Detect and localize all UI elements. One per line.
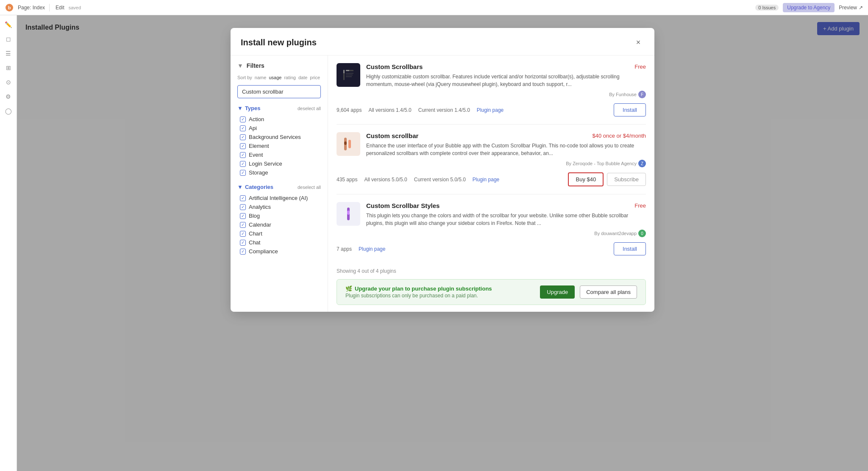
types-section: ▼ Types deselect all ✓ Action ✓ Api (237, 105, 321, 177)
type-checkbox-storage[interactable]: ✓ (240, 170, 246, 176)
modal-body: ▼ Filters Sort by name usage rating date… (231, 55, 654, 312)
install-button-custom-scrollbars[interactable]: Install (614, 103, 646, 116)
preview-button[interactable]: Preview ↗ (839, 5, 863, 11)
categories-deselect-all[interactable]: deselect all (298, 185, 321, 190)
type-checkbox-action[interactable]: ✓ (240, 116, 246, 122)
sidebar-icon-grid[interactable]: ⊞ (3, 62, 14, 74)
plugin-current-version-2: Current version 5.0/5.0 (414, 177, 466, 183)
sort-rating[interactable]: rating (284, 75, 296, 80)
category-checkbox-analytics[interactable]: ✓ (240, 204, 246, 210)
sidebar-icon-menu[interactable]: ☰ (3, 47, 14, 59)
sidebar-icon-element[interactable]: ◻ (3, 33, 14, 45)
type-checkbox-login-service[interactable]: ✓ (240, 161, 246, 167)
install-button-custom-scrollbar-styles[interactable]: Install (614, 242, 646, 255)
plugin-all-versions-1: All versions 1.4/5.0 (368, 107, 411, 113)
category-item-compliance[interactable]: ✓ Compliance (237, 247, 321, 256)
filter-title: Filters (247, 62, 264, 69)
type-item-element[interactable]: ✓ Element (237, 141, 321, 150)
author-avatar-douwant: 0 (638, 230, 646, 237)
topbar-divider (49, 4, 50, 11)
buy-button-custom-scrollbar[interactable]: Buy $40 (568, 172, 604, 186)
compare-plans-button[interactable]: Compare all plans (580, 285, 637, 299)
author-avatar-funhouse: F (638, 91, 646, 98)
svg-rect-13 (344, 141, 347, 145)
svg-text:b: b (8, 5, 11, 10)
category-item-chart[interactable]: ✓ Chart (237, 229, 321, 238)
type-item-api[interactable]: ✓ Api (237, 124, 321, 133)
sort-date[interactable]: date (298, 75, 307, 80)
plugin-info-custom-scrollbars: Custom Scrollbars Free Highly customizab… (366, 63, 646, 98)
sort-usage[interactable]: usage (269, 75, 281, 80)
left-sidebar: ✏️ ◻ ☰ ⊞ ⊙ ⚙ ◯ (0, 15, 17, 471)
categories-title[interactable]: ▼ Categories (237, 184, 273, 190)
type-item-event[interactable]: ✓ Event (237, 150, 321, 159)
category-checkbox-chat[interactable]: ✓ (240, 240, 246, 246)
svg-rect-16 (347, 211, 350, 215)
upgrade-button[interactable]: Upgrade to Agency (783, 3, 835, 12)
category-item-ai[interactable]: ✓ Artificial Intelligence (AI) (237, 194, 321, 202)
plugin-page-link-1[interactable]: Plugin page (477, 107, 504, 113)
type-checkbox-background-services[interactable]: ✓ (240, 134, 246, 140)
category-item-chat[interactable]: ✓ Chat (237, 238, 321, 247)
types-deselect-all[interactable]: deselect all (298, 106, 321, 111)
filter-panel: ▼ Filters Sort by name usage rating date… (231, 55, 328, 312)
type-checkbox-element[interactable]: ✓ (240, 143, 246, 149)
upgrade-plan-button[interactable]: Upgrade (540, 285, 575, 299)
issue-count: 0 Issues (755, 5, 779, 11)
plugin-icon-custom-scrollbars (337, 63, 360, 87)
subscribe-button-custom-scrollbar[interactable]: Subscribe (607, 173, 646, 186)
plugin-desc-custom-scrollbar: Enhance the user interface of your Bubbl… (366, 142, 646, 157)
type-item-login-service[interactable]: ✓ Login Service (237, 159, 321, 168)
sidebar-icon-pencil[interactable]: ✏️ (3, 19, 14, 30)
type-item-background-services[interactable]: ✓ Background Services (237, 133, 321, 141)
category-checkbox-blog[interactable]: ✓ (240, 213, 246, 219)
plugin-page-link-2[interactable]: Plugin page (473, 177, 499, 183)
categories-section: ▼ Categories deselect all ✓ Artificial I… (237, 184, 321, 256)
modal-close-button[interactable]: × (632, 36, 644, 48)
plugin-apps-count-1: 9,604 apps (337, 107, 362, 113)
category-checkbox-compliance[interactable]: ✓ (240, 249, 246, 255)
category-checkbox-chart[interactable]: ✓ (240, 231, 246, 237)
plugin-desc-custom-scrollbar-styles: This plugin lets you change the colors a… (366, 212, 646, 227)
svg-rect-4 (343, 70, 345, 73)
plugin-icon-custom-scrollbar (337, 132, 360, 156)
upgrade-bar-title: 🌿 Upgrade your plan to purchase plugin s… (345, 285, 535, 292)
filter-icon: ▼ (237, 62, 243, 69)
plugin-meta-row-3: 7 apps Plugin page Install (337, 242, 646, 255)
sort-name[interactable]: name (255, 75, 267, 80)
plugin-meta-row-1: 9,604 apps All versions 1.4/5.0 Current … (337, 103, 646, 116)
plugin-icon-custom-scrollbar-styles (337, 202, 360, 226)
plugin-name-custom-scrollbar-styles: Custom Scrollbar Styles (366, 202, 440, 209)
sidebar-icon-circle[interactable]: ⊙ (3, 76, 14, 88)
category-item-analytics[interactable]: ✓ Analytics (237, 202, 321, 211)
sidebar-icon-gear[interactable]: ⚙ (3, 91, 14, 103)
type-checkbox-api[interactable]: ✓ (240, 125, 246, 131)
plugin-page-link-3[interactable]: Plugin page (359, 246, 385, 252)
sort-row: Sort by name usage rating date price (237, 75, 321, 80)
search-input[interactable] (237, 85, 321, 98)
category-item-calendar[interactable]: ✓ Calendar (237, 220, 321, 229)
upgrade-bar-subtitle: Plugin subscriptions can only be purchas… (345, 293, 535, 299)
app-logo: b (5, 3, 14, 12)
type-item-action[interactable]: ✓ Action (237, 115, 321, 124)
plugin-card-custom-scrollbar: Custom scrollbar $40 once or $4/month En… (337, 125, 646, 194)
plugin-current-version-1: Current version 1.4/5.0 (418, 107, 470, 113)
sidebar-icon-ring[interactable]: ◯ (3, 105, 14, 117)
plugin-meta-row-2: 435 apps All versions 5.0/5.0 Current ve… (337, 172, 646, 186)
categories-arrow-icon: ▼ (237, 184, 243, 190)
plugin-author-custom-scrollbars: By Funhouse F (366, 91, 646, 98)
sort-price[interactable]: price (310, 75, 320, 80)
category-checkbox-ai[interactable]: ✓ (240, 195, 246, 201)
author-avatar-zeroqode: Z (638, 160, 646, 167)
category-checkbox-calendar[interactable]: ✓ (240, 222, 246, 228)
edit-button[interactable]: Edit (56, 5, 64, 11)
type-item-storage[interactable]: ✓ Storage (237, 168, 321, 177)
install-plugins-modal: Install new plugins × ▼ Filters Sort by … (231, 28, 654, 312)
plugin-card-custom-scrollbars: Custom Scrollbars Free Highly customizab… (337, 55, 646, 125)
type-checkbox-event[interactable]: ✓ (240, 152, 246, 158)
types-title[interactable]: ▼ Types (237, 105, 260, 111)
svg-rect-12 (348, 140, 351, 148)
plugin-author-custom-scrollbar-styles: By douwant2devapp 0 (366, 230, 646, 237)
sort-label: Sort by (237, 75, 252, 80)
category-item-blog[interactable]: ✓ Blog (237, 211, 321, 220)
